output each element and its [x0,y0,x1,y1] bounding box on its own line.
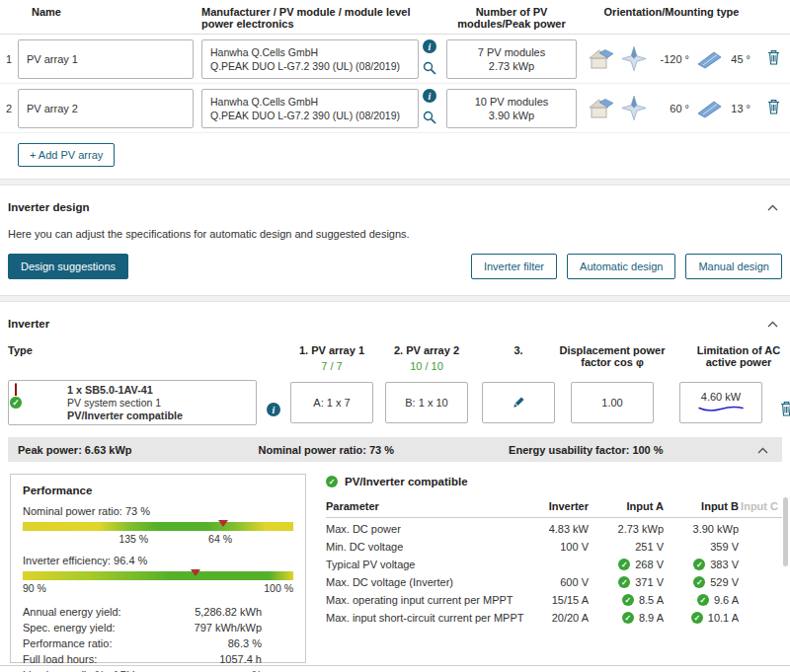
gauge-scale-label: 90 % [23,582,46,594]
module-search-button[interactable] [423,61,436,78]
nominal-power-ratio-gauge [23,522,293,531]
vertical-scrollbar[interactable] [783,497,788,566]
input-a-config-box[interactable]: A: 1 x 7 [290,382,373,423]
edit-configuration-box[interactable] [482,382,555,423]
modules-count: 7 PV modules [478,46,545,58]
col-header-ac-limit: Limitation of AC active power [684,344,790,368]
modules-count: 10 PV modules [475,96,549,108]
compat-row: Max. DC power 4.83 kW 2.73 kWp 3.90 kWp [326,520,782,538]
trash-icon [767,49,780,68]
annotation-underline [697,403,745,414]
inverter-value: 15/15 A [533,594,589,606]
inverter-photo [15,383,17,397]
col-header-input-a: Input A [589,500,664,512]
info-icon: i [423,39,436,53]
array1-assigned-count: 7 / 7 [290,360,373,372]
input-b-value: 3.90 kWp [693,523,739,535]
design-suggestions-button[interactable]: Design suggestions [8,254,128,279]
performance-title: Performance [23,485,293,496]
gauge-scale-label: 135 % [118,533,148,545]
inverter-filter-button[interactable]: Inverter filter [471,254,557,279]
input-a-value: 251 V [635,541,664,553]
inverter-value: 100 V [533,541,589,553]
chevron-up-icon [767,316,778,331]
ac-limit-input[interactable]: 4.60 kW [679,382,762,423]
pv-array-name-input[interactable] [18,89,194,128]
azimuth-value: 60 ° [652,103,689,114]
stat-value: --- % [173,667,262,672]
collapse-inverter-button[interactable] [763,314,782,333]
peak-power-summary: Peak power: 6.63 kWp [18,444,132,456]
peak-power: 2.73 kWp [489,60,534,72]
cos-phi-input[interactable]: 1.00 [571,382,654,423]
inverter-efficiency-label: Inverter efficiency: 96.4 % [23,555,293,566]
modules-count-box[interactable]: 7 PV modules 2.73 kWp [446,39,577,79]
pv-array-name-input[interactable] [18,39,194,79]
peak-power: 3.90 kWp [489,110,534,121]
col-header-array3: 3. [482,344,555,356]
delete-pv-array-button[interactable] [767,49,780,68]
input-a-value: 8.9 A [639,612,664,624]
module-search-button[interactable] [423,111,436,127]
delete-inverter-button[interactable] [780,401,790,419]
module-manufacturer: Hanwha Q.Cells GmbH [210,46,410,58]
performance-panel: Performance Nominal power ratio: 73 % 13… [10,474,306,663]
inverter-model: 1 x SB5.0-1AV-41 [67,384,183,397]
mounting-house-icon[interactable] [587,96,616,121]
input-b-value: B: 1 x 10 [405,397,447,409]
compatibility-check-icon: ✓ [9,396,23,410]
inverter-value: 20/20 A [533,612,589,624]
inverter-row: ✓ 1 x SB5.0-1AV-41 PV system section 1 P… [8,380,782,425]
module-selection-box[interactable]: Hanwha Q.Cells GmbH Q.PEAK DUO L-G7.2 39… [201,39,419,79]
pv-table-header-row: Name Manufacturer / PV module / module l… [0,0,790,35]
collapse-details-button[interactable] [753,440,772,459]
module-selection-box[interactable]: Hanwha Q.Cells GmbH Q.PEAK DUO L-G7.2 39… [201,89,419,128]
magnifier-icon [423,61,436,78]
col-header-info-spacer [257,344,290,358]
automatic-design-button[interactable]: Automatic design [567,254,675,279]
inverter-columns-header: Type 1. PV array 1 7 / 7 2. PV array 2 1… [8,344,782,372]
col-header-orientation: Orientation/Mounting type [587,6,756,18]
inverter-type-box[interactable]: ✓ 1 x SB5.0-1AV-41 PV system section 1 P… [8,380,257,425]
collapse-inverter-design-button[interactable] [763,197,782,216]
compat-row: Min. DC voltage 100 V 251 V 359 V [326,538,782,556]
col-header-manufacturer: Manufacturer / PV module / module level … [201,6,419,30]
tilt-value: 13 ° [727,103,750,114]
param-name: Typical PV voltage [326,559,533,570]
module-info-button[interactable]: i [423,39,436,53]
input-b-value: 383 V [710,559,739,570]
section-separator [0,295,790,302]
module-info-button[interactable]: i [423,89,436,103]
input-b-config-box[interactable]: B: 1 x 10 [385,382,468,423]
tilt-panel-icon[interactable] [693,49,723,69]
module-type: Q.PEAK DUO L-G7.2 390 (UL) (08/2019) [210,60,410,72]
orientation-compass-icon[interactable] [620,45,648,72]
mounting-house-icon[interactable] [587,46,616,72]
param-name: Max. input short-circuit current per MPP… [326,612,533,624]
inverter-info-button[interactable]: i [267,403,280,416]
stat-label: Performance ratio: [23,635,173,651]
param-name: Min. DC voltage [326,541,533,553]
tilt-panel-icon[interactable] [693,99,723,118]
azimuth-value: -120 ° [652,53,689,65]
input-a-value: 2.73 kWp [618,523,664,535]
modules-count-box[interactable]: 10 PV modules 3.90 kWp [446,89,577,128]
input-a-value: 8.5 A [639,594,664,606]
col-header-input-b: Input B [664,500,739,512]
manual-design-button[interactable]: Manual design [685,254,782,279]
delete-pv-array-button[interactable] [767,99,780,117]
input-b-value: 529 V [710,576,739,588]
compatibility-panel: ✓ PV/Inverter compatible Parameter Inver… [326,474,782,663]
inverter-section-label: PV system section 1 [67,397,183,410]
col-header-name: Name [18,6,194,18]
inverter-value: 600 V [533,576,589,588]
orientation-compass-icon[interactable] [620,95,648,121]
pv-array-row-2: 2 Hanwha Q.Cells GmbH Q.PEAK DUO L-G7.2 … [0,84,790,133]
stat-label: Spec. energy yield: [23,620,173,635]
col-header-parameter: Parameter [326,500,533,512]
inverter-efficiency-gauge [23,571,293,580]
check-icon: ✓ [697,594,709,606]
add-pv-array-button[interactable]: + Add PV array [18,143,115,167]
gauge-marker [218,520,228,527]
ac-limit-value: 4.60 kW [701,391,741,403]
